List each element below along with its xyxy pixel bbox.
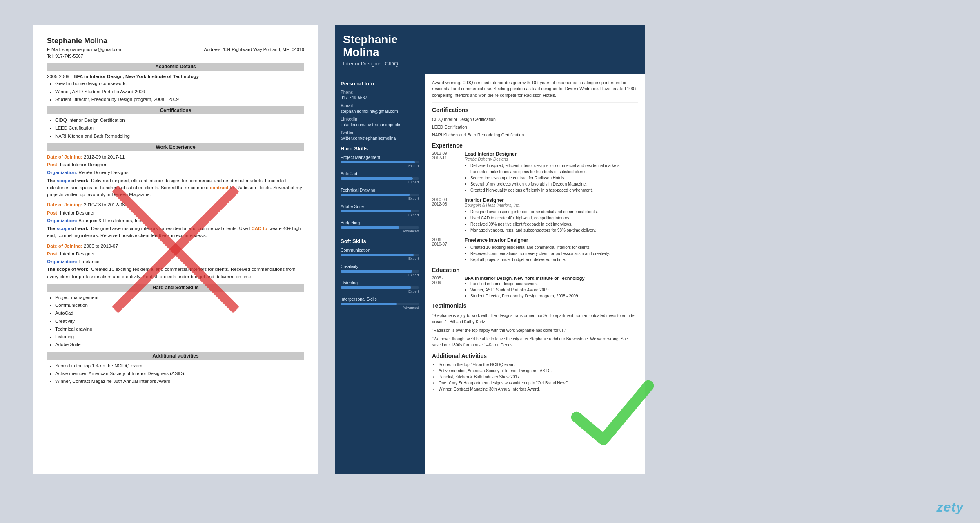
skill-level: Expert [341, 289, 419, 293]
left-cert-header: Certifications [47, 106, 304, 114]
testimonials-section-title: Testimonials [432, 302, 638, 309]
skill-name: Communication [341, 248, 419, 253]
left-email: E-Mail: stephanieqmolina@gmail.com [47, 47, 122, 52]
email-value: stephanieqmolina@gmail.com [341, 109, 419, 114]
personal-info-title: Personal Info [341, 80, 419, 87]
skill-bar-fill [341, 254, 414, 256]
left-academic-header: Academic Details [47, 63, 304, 71]
exp-dates: 2012-09 -2017-11 [432, 151, 461, 193]
exp-detail: Interior Designer Bourgoin & Hess Interi… [465, 197, 638, 233]
hard-skill-item: Adobe Suite Expert [341, 204, 419, 217]
additional-list: Scored in the top 1% on the NCIDQ exam. … [55, 362, 304, 385]
page-container: Stephanie Molina E-Mail: stephanieqmolin… [0, 0, 980, 523]
exp2-org: Organization: Bourgoin & Hess Interiors,… [47, 217, 304, 224]
address-value: 134 Rightward Way Portland, ME, 04019 [223, 47, 304, 52]
soft-skills-title: Soft Skills [341, 238, 419, 244]
testimonial-item: "Stephanie is a joy to work with. Her de… [432, 311, 638, 326]
left-academic-content: 2005-2009 - BFA in Interior Design, New … [47, 73, 304, 103]
bullet: Several of my projects written up favora… [470, 181, 638, 187]
list-item: Winner, Contract Magazine 38th Annual In… [55, 378, 304, 385]
right-name-line1: Stephanie [343, 33, 398, 46]
list-item: NARI Kitchen and Bath Remodeling [55, 133, 304, 140]
bullet: Scored the re-compete contract for Radis… [470, 175, 638, 181]
cert-section-title: Certifications [432, 107, 638, 113]
list-item: Creativity [55, 318, 304, 325]
skill-level: Expert [341, 273, 419, 277]
exp1-post: Post: Lead Interior Designer [47, 161, 304, 168]
twitter-label: Twitter [341, 130, 419, 135]
left-contact-row: E-Mail: stephanieqmolina@gmail.com Addre… [47, 47, 304, 52]
activity-item: Active member, American Society of Inter… [439, 368, 638, 374]
skill-name: Creativity [341, 264, 419, 269]
edu-detail: BFA in Interior Design, New York Institu… [465, 276, 638, 299]
soft-skills-list: Communication Expert Creativity Expert L… [341, 248, 419, 310]
right-header: Stephanie Molina Interior Designer, CIDQ [335, 25, 645, 74]
skill-name: Project Management [341, 155, 419, 160]
activity-item: Panelist, Kitchen & Bath Industry Show 2… [439, 374, 638, 380]
skill-bar-bg [341, 286, 419, 289]
skill-bar-bg [341, 210, 419, 212]
exp3-scope: The scope of work: Created 10 exciting r… [47, 266, 304, 280]
skill-name: Adobe Suite [341, 204, 419, 209]
academic-dates: 2005-2009 - [47, 74, 74, 79]
skill-name: Interpersonal Skills [341, 297, 419, 302]
cert-list: CIDQ Interior Design Certification LEED … [55, 117, 304, 140]
exp-title: Lead Interior Designer [465, 151, 638, 157]
exp-header: 2006 -2010-07 Freelance Interior Designe… [432, 237, 638, 263]
bullet: Winner, ASID Student Portfolio Award 200… [470, 287, 638, 293]
exp-bullets: Created 10 exciting residential and comm… [470, 244, 638, 263]
exp3-post: Post: Interior Designer [47, 250, 304, 257]
exp2-scope: The scope of work: Designed awe-inspirin… [47, 225, 304, 239]
hard-skill-item: Technical Drawing Expert [341, 188, 419, 201]
hard-skill-item: Project Management Expert [341, 155, 419, 168]
skill-level: Expert [341, 213, 419, 217]
activity-item: Winner, Contract Magazine 38th Annual In… [439, 386, 638, 392]
twitter-value: twitter.com/stephanieqmolina [341, 136, 419, 141]
soft-skill-item: Communication Expert [341, 248, 419, 261]
left-tel: Tel: 917-749-5567 [47, 54, 304, 58]
exp3-org: Organization: Freelance [47, 258, 304, 265]
skill-level: Expert [341, 257, 419, 261]
list-item: Student Director, Freedom by Design prog… [55, 96, 304, 103]
exp-header: 2012-09 -2017-11 Lead Interior Designer … [432, 151, 638, 193]
email-label: E-mail [341, 103, 419, 108]
exp3-date: Date of Joining: 2006 to 2010-07 [47, 243, 304, 250]
cert-item: NARI Kitchen and Bath Remodeling Certifi… [432, 131, 638, 139]
exp-section-title: Experience [432, 142, 638, 149]
skill-level: Expert [341, 180, 419, 184]
skill-bar-bg [341, 270, 419, 273]
bullet: Created high-quality designs efficiently… [470, 187, 638, 193]
exp2-date: Date of Joining: 2010-08 to 2012-08 [47, 201, 304, 208]
email-label: E-Mail: [47, 47, 61, 52]
edu-title: BFA in Interior Design, New York Institu… [465, 276, 638, 281]
list-item: Project management [55, 294, 304, 301]
soft-skill-item: Interpersonal Skills Advanced [341, 297, 419, 310]
skill-bar-fill [341, 210, 411, 212]
right-name-line2: Molina [343, 46, 379, 58]
exp-detail: Freelance Interior Designer Created 10 e… [465, 237, 638, 263]
exp-dates: 2006 -2010-07 [432, 237, 461, 263]
experience-entries: 2012-09 -2017-11 Lead Interior Designer … [432, 151, 638, 263]
exp-entry: 2012-09 -2017-11 Lead Interior Designer … [432, 151, 638, 193]
exp-company: Renée Doherty Designs [465, 157, 638, 161]
exp1-scope: The scope of work: Delivered inspired, e… [47, 177, 304, 199]
skill-bar-bg [341, 303, 419, 305]
left-skills-header: Hard and Soft Skills [47, 284, 304, 292]
left-additional-header: Additional activities [47, 352, 304, 360]
list-item: Winner, ASID Student Portfolio Award 200… [55, 88, 304, 95]
resume-good: Stephanie Molina Interior Designer, CIDQ… [335, 25, 645, 474]
skill-bar-fill [341, 226, 399, 229]
exp-header: 2010-08 -2012-08 Interior Designer Bourg… [432, 197, 638, 233]
right-body: Personal Info Phone 917-749-5567 E-mail … [335, 74, 645, 474]
activity-item: Scored in the top 1% on the NCIDQ exam. [439, 362, 638, 368]
bullet: Received 99% positive client feedback in… [470, 221, 638, 227]
left-work-content: Date of Joining: 2012-09 to 2017-11 Post… [47, 154, 304, 280]
exp-title: Freelance Interior Designer [465, 237, 638, 243]
skill-level: Advanced [341, 229, 419, 233]
testimonial-item: "Radisson is over-the-top happy with the… [432, 326, 638, 335]
exp-company: Bourgoin & Hess Interiors, Inc. [465, 203, 638, 208]
list-item: Great in home design coursework. [55, 80, 304, 87]
resume-bad: Stephanie Molina E-Mail: stephanieqmolin… [33, 25, 318, 474]
bullet: Delivered inspired, efficient interior d… [470, 163, 638, 175]
soft-skill-item: Creativity Expert [341, 264, 419, 277]
